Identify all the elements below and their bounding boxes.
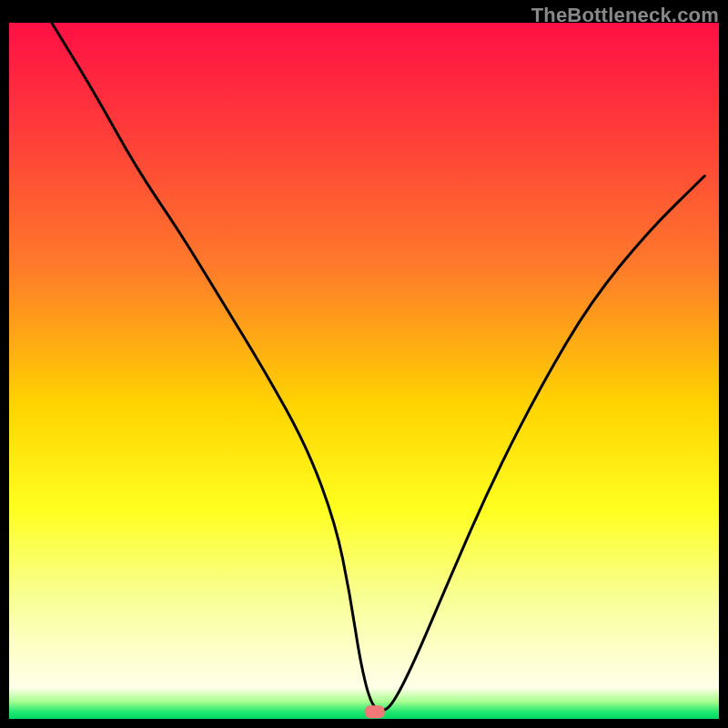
curve-marker	[365, 705, 385, 718]
chart-container	[9, 23, 719, 719]
chart-background	[9, 23, 719, 719]
chart-svg	[9, 23, 719, 719]
watermark-text: TheBottleneck.com	[531, 4, 719, 27]
